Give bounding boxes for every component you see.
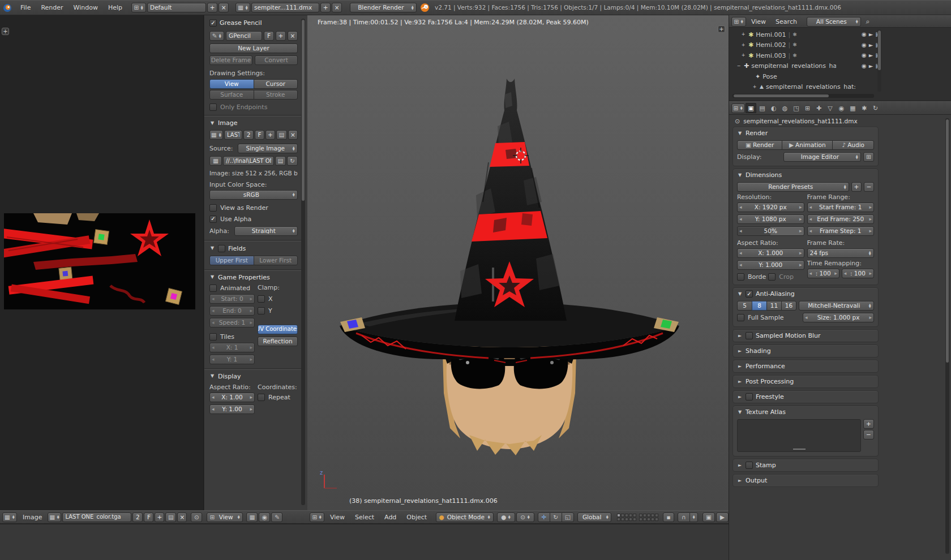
reflection-toggle[interactable]: Reflection: [258, 337, 298, 346]
scene-delete-button[interactable]: ×: [332, 3, 342, 12]
gpencil-unlink-button[interactable]: ×: [288, 31, 298, 41]
search-icon[interactable]: ⌕: [862, 18, 874, 25]
image-unlink-button[interactable]: ×: [288, 130, 298, 140]
fields-upper-first-toggle[interactable]: Upper First: [209, 256, 254, 265]
freestyle-panel-header[interactable]: ► Freestyle: [733, 391, 878, 403]
tab-render-layers[interactable]: ▤: [757, 103, 768, 113]
3d-viewport[interactable]: Frame:38 | Time:00:01.52 | Ve:932 Fa:175…: [307, 15, 729, 510]
aa-samples-8-toggle[interactable]: 8: [752, 301, 767, 311]
collapse-icon[interactable]: −: [736, 64, 742, 68]
crop-checkbox[interactable]: [768, 273, 776, 281]
snap-element-select[interactable]: [689, 512, 698, 522]
blender-app-icon[interactable]: [0, 3, 15, 12]
render-animation-button[interactable]: ▶Animation: [782, 140, 833, 150]
gpencil-add-button[interactable]: +: [276, 31, 286, 41]
remap-new-field[interactable]: ◂: 100▸: [842, 269, 874, 278]
stamp-checkbox[interactable]: [746, 462, 753, 469]
image-name-field[interactable]: LAST ONE_color.tga: [62, 512, 131, 522]
timeline-region[interactable]: [0, 524, 729, 560]
render-engine-select[interactable]: Blender Render: [350, 3, 417, 12]
tab-modifiers[interactable]: ✚: [813, 103, 824, 113]
border-checkbox[interactable]: [737, 273, 744, 281]
eye-icon[interactable]: ◉: [862, 32, 867, 37]
image-open-button[interactable]: ▤: [165, 512, 176, 522]
sampled-motion-blur-checkbox[interactable]: [746, 332, 753, 339]
aspect-x-field[interactable]: ◂X: 1.000▸: [737, 248, 804, 258]
selectable-icon[interactable]: ►: [869, 63, 873, 69]
grease-pencil-panel-header[interactable]: ✓ Grease Pencil: [209, 19, 298, 27]
image-reload-button[interactable]: ↻: [287, 156, 298, 166]
fields-lower-first-toggle[interactable]: Lower First: [254, 256, 298, 265]
grease-pencil-checkbox[interactable]: ✓: [209, 19, 217, 27]
uv-image-editor[interactable]: +: [0, 15, 204, 510]
expand-icon[interactable]: +: [740, 53, 746, 58]
tab-texture[interactable]: ▦: [847, 103, 858, 113]
convert-button[interactable]: Convert: [255, 55, 298, 65]
image-name-field[interactable]: LAST ON: [224, 130, 242, 140]
freestyle-checkbox[interactable]: [746, 393, 753, 400]
image-new-button[interactable]: +: [265, 130, 275, 140]
outliner-display-mode-select[interactable]: All Scenes: [807, 17, 861, 27]
frame-step-field[interactable]: ◂Frame Step: 1▸: [807, 226, 875, 236]
shading-panel-header[interactable]: ► Shading: [733, 345, 878, 357]
image-fake-user-button[interactable]: F: [144, 512, 153, 522]
scene-browse-button[interactable]: ▦: [235, 3, 250, 12]
outliner-item-armature[interactable]: − ✚ sempiternal_revelations_hat111 ◉►▣: [732, 61, 881, 72]
sampled-motion-blur-header[interactable]: ► Sampled Motion Blur: [733, 330, 878, 342]
fields-checkbox[interactable]: [218, 245, 225, 252]
manipulator-translate-toggle[interactable]: ✛: [538, 512, 550, 522]
image-unlink-button[interactable]: ×: [177, 512, 187, 522]
delete-frame-button[interactable]: Delete Frame: [209, 55, 252, 65]
snap-toggle[interactable]: ∩: [678, 512, 690, 522]
resolution-y-field[interactable]: ◂Y: 1080 px▸: [737, 214, 804, 224]
opengl-render-button[interactable]: ▣: [702, 512, 715, 522]
fields-panel-header[interactable]: ▼ Fields: [209, 245, 298, 252]
use-alpha-checkbox[interactable]: ✓: [209, 216, 217, 223]
anim-speed-field[interactable]: ◂Speed: 1▸: [209, 318, 255, 328]
outliner-menu-view[interactable]: View: [747, 16, 770, 27]
panel-scrollbar[interactable]: [301, 19, 305, 505]
editor-type-select[interactable]: ⊞: [731, 104, 745, 113]
anti-aliasing-checkbox[interactable]: ✓: [746, 290, 753, 298]
aa-filter-select[interactable]: Mitchell-Netravali: [799, 301, 874, 311]
tab-physics[interactable]: ↻: [870, 103, 881, 113]
atlas-remove-button[interactable]: −: [863, 430, 874, 440]
image-paint-button[interactable]: ✎: [271, 512, 282, 522]
anim-start-field[interactable]: ◂Start: 0▸: [209, 294, 255, 304]
output-panel-header[interactable]: ► Output: [733, 475, 878, 486]
outliner-hscrollbar[interactable]: [732, 94, 874, 98]
image-new-button[interactable]: +: [155, 512, 164, 522]
image-users-button[interactable]: 2: [243, 130, 254, 140]
image-filepath-field[interactable]: //..\final\LAST ONE_co...: [223, 156, 274, 166]
expand-icon[interactable]: +: [740, 43, 746, 48]
view-as-render-checkbox[interactable]: [209, 204, 217, 212]
object-menu[interactable]: Object: [402, 511, 431, 523]
image-users-button[interactable]: 2: [132, 512, 143, 522]
tiles-y-field[interactable]: ◂Y: 1▸: [209, 355, 255, 364]
menu-help[interactable]: Help: [104, 1, 127, 15]
scrollbar-thumb[interactable]: [946, 119, 949, 363]
aspect-y-field[interactable]: ◂Y: 1.000▸: [737, 260, 804, 270]
lock-to-scene-button[interactable]: ▪: [663, 512, 674, 522]
region-expand-icon[interactable]: +: [2, 28, 9, 35]
full-sample-checkbox[interactable]: [737, 314, 744, 321]
transform-orientation-select[interactable]: Global: [577, 512, 611, 522]
aa-samples-11-toggle[interactable]: 11: [766, 301, 782, 311]
image-menu[interactable]: Image: [18, 511, 46, 523]
texture-atlas-panel-header[interactable]: ▼ Texture Atlas: [733, 406, 878, 418]
tab-render[interactable]: ▣: [746, 103, 756, 113]
menu-file[interactable]: File: [16, 1, 35, 15]
image-open-button[interactable]: ▤: [276, 130, 287, 140]
tiles-checkbox[interactable]: [209, 333, 217, 341]
manipulator-rotate-toggle[interactable]: ↻: [550, 512, 562, 522]
anim-end-field[interactable]: ◂End: 0▸: [209, 306, 255, 316]
outliner-item-mesh[interactable]: + ▲ sempiternal_revelations_hat:: [732, 82, 881, 93]
gpencil-browse-button[interactable]: ✎: [209, 31, 224, 41]
new-window-button[interactable]: ⊞: [863, 152, 874, 162]
tab-material[interactable]: ◉: [836, 103, 847, 113]
uv-coordinates-toggle[interactable]: UV Coordinates: [258, 325, 298, 334]
alpha-mode-select[interactable]: Straight: [234, 226, 298, 236]
filepath-browse-button[interactable]: ▤: [275, 156, 286, 166]
outliner-item-lamp[interactable]: + ✱ Hemi.001 | ✱ ◉►▣: [732, 29, 881, 40]
image-browse-button[interactable]: ▦: [48, 512, 61, 522]
